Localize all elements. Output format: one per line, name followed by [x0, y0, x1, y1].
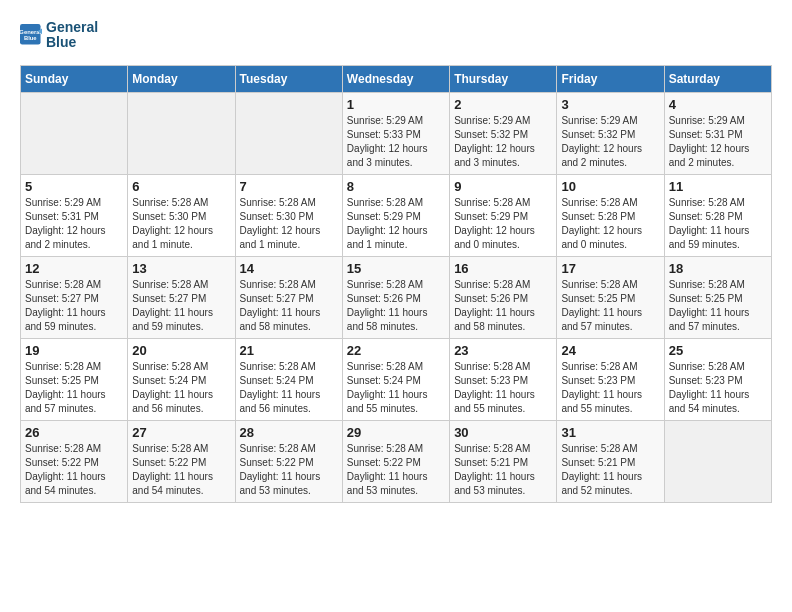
week-row-5: 26Sunrise: 5:28 AM Sunset: 5:22 PM Dayli… — [21, 420, 772, 502]
calendar-cell: 29Sunrise: 5:28 AM Sunset: 5:22 PM Dayli… — [342, 420, 449, 502]
calendar-cell — [128, 92, 235, 174]
calendar-cell: 18Sunrise: 5:28 AM Sunset: 5:25 PM Dayli… — [664, 256, 771, 338]
logo: General Blue General Blue — [20, 20, 98, 51]
calendar-cell: 23Sunrise: 5:28 AM Sunset: 5:23 PM Dayli… — [450, 338, 557, 420]
day-info: Sunrise: 5:28 AM Sunset: 5:22 PM Dayligh… — [132, 442, 230, 498]
calendar-cell: 3Sunrise: 5:29 AM Sunset: 5:32 PM Daylig… — [557, 92, 664, 174]
day-number: 23 — [454, 343, 552, 358]
calendar-cell: 9Sunrise: 5:28 AM Sunset: 5:29 PM Daylig… — [450, 174, 557, 256]
day-number: 10 — [561, 179, 659, 194]
day-number: 12 — [25, 261, 123, 276]
day-info: Sunrise: 5:28 AM Sunset: 5:23 PM Dayligh… — [669, 360, 767, 416]
day-info: Sunrise: 5:28 AM Sunset: 5:22 PM Dayligh… — [240, 442, 338, 498]
calendar-cell — [235, 92, 342, 174]
day-number: 17 — [561, 261, 659, 276]
header-day-monday: Monday — [128, 65, 235, 92]
day-number: 21 — [240, 343, 338, 358]
day-info: Sunrise: 5:28 AM Sunset: 5:24 PM Dayligh… — [240, 360, 338, 416]
calendar-cell: 12Sunrise: 5:28 AM Sunset: 5:27 PM Dayli… — [21, 256, 128, 338]
day-number: 3 — [561, 97, 659, 112]
day-number: 9 — [454, 179, 552, 194]
day-number: 7 — [240, 179, 338, 194]
calendar-cell: 31Sunrise: 5:28 AM Sunset: 5:21 PM Dayli… — [557, 420, 664, 502]
calendar-cell: 19Sunrise: 5:28 AM Sunset: 5:25 PM Dayli… — [21, 338, 128, 420]
day-number: 25 — [669, 343, 767, 358]
day-number: 26 — [25, 425, 123, 440]
header-day-tuesday: Tuesday — [235, 65, 342, 92]
day-info: Sunrise: 5:29 AM Sunset: 5:31 PM Dayligh… — [669, 114, 767, 170]
calendar-cell: 8Sunrise: 5:28 AM Sunset: 5:29 PM Daylig… — [342, 174, 449, 256]
day-number: 22 — [347, 343, 445, 358]
calendar-cell — [664, 420, 771, 502]
day-info: Sunrise: 5:28 AM Sunset: 5:30 PM Dayligh… — [132, 196, 230, 252]
calendar-cell: 27Sunrise: 5:28 AM Sunset: 5:22 PM Dayli… — [128, 420, 235, 502]
day-info: Sunrise: 5:29 AM Sunset: 5:32 PM Dayligh… — [454, 114, 552, 170]
calendar-cell: 6Sunrise: 5:28 AM Sunset: 5:30 PM Daylig… — [128, 174, 235, 256]
day-info: Sunrise: 5:29 AM Sunset: 5:31 PM Dayligh… — [25, 196, 123, 252]
calendar-cell: 5Sunrise: 5:29 AM Sunset: 5:31 PM Daylig… — [21, 174, 128, 256]
header-day-sunday: Sunday — [21, 65, 128, 92]
calendar-cell: 30Sunrise: 5:28 AM Sunset: 5:21 PM Dayli… — [450, 420, 557, 502]
day-number: 6 — [132, 179, 230, 194]
calendar-cell: 10Sunrise: 5:28 AM Sunset: 5:28 PM Dayli… — [557, 174, 664, 256]
calendar-cell: 4Sunrise: 5:29 AM Sunset: 5:31 PM Daylig… — [664, 92, 771, 174]
logo-icon: General Blue — [20, 24, 42, 46]
day-info: Sunrise: 5:28 AM Sunset: 5:26 PM Dayligh… — [347, 278, 445, 334]
day-info: Sunrise: 5:28 AM Sunset: 5:24 PM Dayligh… — [132, 360, 230, 416]
day-info: Sunrise: 5:28 AM Sunset: 5:28 PM Dayligh… — [669, 196, 767, 252]
day-info: Sunrise: 5:28 AM Sunset: 5:29 PM Dayligh… — [454, 196, 552, 252]
day-number: 30 — [454, 425, 552, 440]
day-number: 15 — [347, 261, 445, 276]
day-number: 28 — [240, 425, 338, 440]
day-info: Sunrise: 5:28 AM Sunset: 5:22 PM Dayligh… — [25, 442, 123, 498]
day-info: Sunrise: 5:28 AM Sunset: 5:29 PM Dayligh… — [347, 196, 445, 252]
day-number: 8 — [347, 179, 445, 194]
calendar-cell: 22Sunrise: 5:28 AM Sunset: 5:24 PM Dayli… — [342, 338, 449, 420]
day-info: Sunrise: 5:28 AM Sunset: 5:21 PM Dayligh… — [454, 442, 552, 498]
day-info: Sunrise: 5:28 AM Sunset: 5:27 PM Dayligh… — [240, 278, 338, 334]
week-row-2: 5Sunrise: 5:29 AM Sunset: 5:31 PM Daylig… — [21, 174, 772, 256]
day-number: 18 — [669, 261, 767, 276]
calendar-table: SundayMondayTuesdayWednesdayThursdayFrid… — [20, 65, 772, 503]
calendar-cell: 13Sunrise: 5:28 AM Sunset: 5:27 PM Dayli… — [128, 256, 235, 338]
calendar-cell: 21Sunrise: 5:28 AM Sunset: 5:24 PM Dayli… — [235, 338, 342, 420]
day-number: 4 — [669, 97, 767, 112]
day-number: 16 — [454, 261, 552, 276]
calendar-cell: 11Sunrise: 5:28 AM Sunset: 5:28 PM Dayli… — [664, 174, 771, 256]
calendar-cell: 14Sunrise: 5:28 AM Sunset: 5:27 PM Dayli… — [235, 256, 342, 338]
header-day-thursday: Thursday — [450, 65, 557, 92]
day-number: 31 — [561, 425, 659, 440]
day-number: 11 — [669, 179, 767, 194]
calendar-cell: 25Sunrise: 5:28 AM Sunset: 5:23 PM Dayli… — [664, 338, 771, 420]
day-info: Sunrise: 5:28 AM Sunset: 5:23 PM Dayligh… — [454, 360, 552, 416]
day-info: Sunrise: 5:28 AM Sunset: 5:22 PM Dayligh… — [347, 442, 445, 498]
day-number: 1 — [347, 97, 445, 112]
day-number: 29 — [347, 425, 445, 440]
header-row: SundayMondayTuesdayWednesdayThursdayFrid… — [21, 65, 772, 92]
day-number: 14 — [240, 261, 338, 276]
day-info: Sunrise: 5:28 AM Sunset: 5:27 PM Dayligh… — [25, 278, 123, 334]
day-info: Sunrise: 5:28 AM Sunset: 5:25 PM Dayligh… — [669, 278, 767, 334]
day-number: 24 — [561, 343, 659, 358]
day-info: Sunrise: 5:28 AM Sunset: 5:28 PM Dayligh… — [561, 196, 659, 252]
header-day-wednesday: Wednesday — [342, 65, 449, 92]
day-number: 20 — [132, 343, 230, 358]
day-info: Sunrise: 5:28 AM Sunset: 5:21 PM Dayligh… — [561, 442, 659, 498]
calendar-cell: 16Sunrise: 5:28 AM Sunset: 5:26 PM Dayli… — [450, 256, 557, 338]
logo-text: General Blue — [46, 20, 98, 51]
calendar-cell: 28Sunrise: 5:28 AM Sunset: 5:22 PM Dayli… — [235, 420, 342, 502]
calendar-cell: 1Sunrise: 5:29 AM Sunset: 5:33 PM Daylig… — [342, 92, 449, 174]
calendar-cell: 26Sunrise: 5:28 AM Sunset: 5:22 PM Dayli… — [21, 420, 128, 502]
calendar-cell: 17Sunrise: 5:28 AM Sunset: 5:25 PM Dayli… — [557, 256, 664, 338]
day-info: Sunrise: 5:28 AM Sunset: 5:24 PM Dayligh… — [347, 360, 445, 416]
day-info: Sunrise: 5:28 AM Sunset: 5:27 PM Dayligh… — [132, 278, 230, 334]
calendar-cell: 2Sunrise: 5:29 AM Sunset: 5:32 PM Daylig… — [450, 92, 557, 174]
day-number: 2 — [454, 97, 552, 112]
day-number: 19 — [25, 343, 123, 358]
calendar-cell: 7Sunrise: 5:28 AM Sunset: 5:30 PM Daylig… — [235, 174, 342, 256]
week-row-1: 1Sunrise: 5:29 AM Sunset: 5:33 PM Daylig… — [21, 92, 772, 174]
svg-text:Blue: Blue — [24, 36, 37, 42]
day-info: Sunrise: 5:29 AM Sunset: 5:32 PM Dayligh… — [561, 114, 659, 170]
day-number: 5 — [25, 179, 123, 194]
day-info: Sunrise: 5:28 AM Sunset: 5:26 PM Dayligh… — [454, 278, 552, 334]
